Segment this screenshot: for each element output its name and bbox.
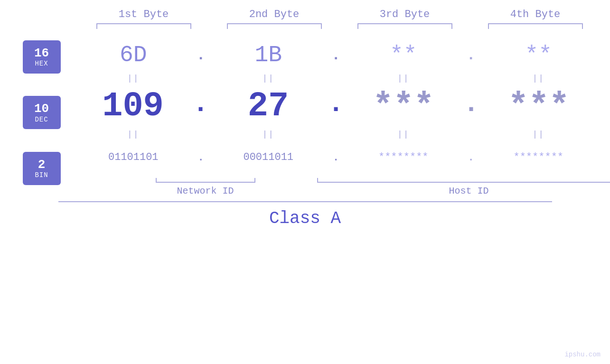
eq-8: || bbox=[478, 130, 600, 139]
bottom-brackets: Network ID Host ID bbox=[73, 178, 600, 196]
eq-6: || bbox=[207, 130, 329, 139]
dec-dot-sep-1: . bbox=[193, 89, 209, 124]
bin-dot-sep-1: . bbox=[197, 152, 204, 164]
byte-headers: 1st Byte 2nd Byte 3rd Byte 4th Byte bbox=[0, 9, 610, 20]
hex-badge-label: HEX bbox=[35, 60, 48, 67]
dec-values-line: 109 . 27 . *** . *** bbox=[73, 85, 600, 128]
class-top-line bbox=[58, 201, 552, 202]
hex-byte-3-cell: ** bbox=[343, 44, 465, 66]
hex-badge: 16 HEX bbox=[23, 40, 61, 74]
hex-byte-2: 1B bbox=[254, 44, 282, 66]
dec-byte-1: 109 bbox=[102, 89, 164, 123]
hex-byte-1: 6D bbox=[120, 44, 147, 66]
bin-byte-4-cell: ******** bbox=[478, 152, 600, 163]
dec-badge-label: DEC bbox=[35, 116, 48, 123]
eq-line-2: || || || || bbox=[73, 128, 600, 141]
bin-dot-sep-2: . bbox=[333, 152, 339, 164]
host-id-bracket: Host ID bbox=[338, 178, 600, 196]
rows-outer: 16 HEX 10 DEC 2 BIN 6D . bbox=[0, 29, 610, 196]
bin-dot-3: . bbox=[464, 152, 478, 164]
host-id-label: Host ID bbox=[449, 186, 488, 196]
bin-badge: 2 BIN bbox=[23, 152, 61, 185]
bin-badge-num: 2 bbox=[38, 158, 46, 172]
dec-byte-4: *** bbox=[508, 89, 570, 123]
dec-byte-3: *** bbox=[373, 89, 434, 123]
eq-5: || bbox=[73, 130, 195, 139]
hex-dot-sep-1: . bbox=[196, 47, 205, 64]
top-brackets bbox=[0, 23, 610, 29]
hex-dot-sep-2: . bbox=[331, 47, 340, 64]
bin-dot-2: . bbox=[329, 152, 343, 164]
bin-badge-label: BIN bbox=[35, 171, 48, 179]
dec-byte-4-cell: *** bbox=[479, 89, 600, 123]
eq-4: || bbox=[478, 74, 600, 83]
hex-byte-2-cell: 1B bbox=[207, 44, 329, 66]
class-label: Class A bbox=[269, 209, 341, 228]
dec-dot-1: . bbox=[194, 89, 208, 124]
main-container: 1st Byte 2nd Byte 3rd Byte 4th Byte 16 H… bbox=[0, 0, 610, 364]
dec-badge-num: 10 bbox=[34, 102, 49, 116]
bracket-cell-3 bbox=[339, 23, 470, 29]
eq-1: || bbox=[73, 74, 195, 83]
bracket-cell-1 bbox=[78, 23, 209, 29]
hex-byte-4: ** bbox=[525, 44, 552, 66]
dec-byte-1-cell: 109 bbox=[73, 89, 194, 123]
eq-line-1: || || || || bbox=[73, 72, 600, 85]
dec-dot-sep-2: . bbox=[328, 89, 344, 124]
top-bracket-line-4 bbox=[488, 23, 583, 29]
byte-header-4: 4th Byte bbox=[470, 9, 601, 20]
watermark: ipshu.com bbox=[564, 351, 601, 358]
bin-dot-1: . bbox=[194, 152, 207, 164]
bin-byte-2-cell: 00011011 bbox=[207, 152, 329, 163]
host-bracket-line bbox=[317, 178, 610, 183]
hex-dot-2: . bbox=[329, 47, 343, 64]
network-bracket-line bbox=[156, 178, 255, 183]
bin-byte-2: 00011011 bbox=[243, 152, 293, 163]
bin-byte-3-cell: ******** bbox=[343, 152, 465, 163]
dec-byte-3-cell: *** bbox=[343, 89, 464, 123]
dec-byte-2: 27 bbox=[248, 89, 289, 123]
top-bracket-line-2 bbox=[227, 23, 322, 29]
left-badges: 16 HEX 10 DEC 2 BIN bbox=[11, 29, 73, 196]
hex-badge-num: 16 bbox=[34, 47, 49, 60]
bin-dot-sep-3: . bbox=[468, 152, 474, 164]
dec-dot-sep-3: . bbox=[463, 89, 479, 124]
bin-values-line: 01101101 . 00011011 . ******** . bbox=[73, 141, 600, 174]
network-id-label: Network ID bbox=[177, 186, 234, 196]
byte-header-1: 1st Byte bbox=[78, 9, 209, 20]
bin-byte-4: ******** bbox=[513, 152, 563, 163]
bracket-cell-2 bbox=[209, 23, 339, 29]
class-section: Class A bbox=[0, 201, 610, 228]
hex-dot-1: . bbox=[194, 47, 207, 64]
dec-badge: 10 DEC bbox=[23, 96, 61, 129]
bin-byte-3: ******** bbox=[378, 152, 429, 163]
eq-2: || bbox=[207, 74, 329, 83]
bracket-cell-4 bbox=[470, 23, 601, 29]
hex-byte-4-cell: ** bbox=[478, 44, 600, 66]
eq-3: || bbox=[343, 74, 465, 83]
byte-header-2: 2nd Byte bbox=[209, 9, 339, 20]
eq-7: || bbox=[343, 130, 465, 139]
top-bracket-line-3 bbox=[357, 23, 452, 29]
hex-byte-3: ** bbox=[390, 44, 417, 66]
dec-byte-2-cell: 27 bbox=[208, 89, 329, 123]
hex-dot-sep-3: . bbox=[466, 47, 475, 64]
top-bracket-line-1 bbox=[96, 23, 191, 29]
right-rows: 6D . 1B . ** . ** bbox=[73, 29, 600, 196]
hex-values-line: 6D . 1B . ** . ** bbox=[73, 38, 600, 72]
bin-byte-1: 01101101 bbox=[108, 152, 159, 163]
byte-header-3: 3rd Byte bbox=[339, 9, 470, 20]
dec-dot-3: . bbox=[464, 89, 479, 124]
hex-dot-3: . bbox=[464, 47, 478, 64]
network-id-bracket: Network ID bbox=[73, 178, 338, 196]
hex-byte-1-cell: 6D bbox=[73, 44, 195, 66]
bin-byte-1-cell: 01101101 bbox=[73, 152, 195, 163]
dec-dot-2: . bbox=[329, 89, 343, 124]
